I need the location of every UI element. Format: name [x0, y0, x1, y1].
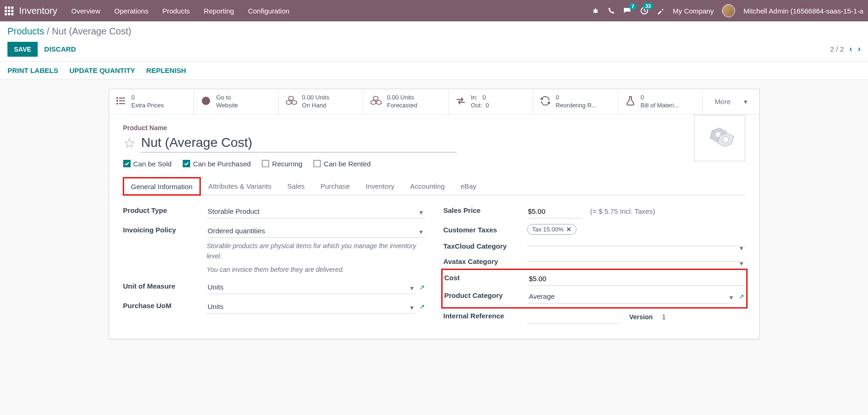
svg-line-4 [593, 12, 594, 13]
taxcloud-select[interactable]: ▾ [527, 240, 745, 246]
globe-icon [200, 95, 212, 108]
field-taxcloud: TaxCloud Category ▾ [444, 240, 745, 250]
form-col-left: Product Type Storable Product▾ Invoicing… [123, 204, 425, 329]
stat-on-hand[interactable]: 0.00 UnitsOn Hand [279, 89, 364, 114]
version-label: Version [629, 313, 653, 321]
can-be-sold-checkbox[interactable]: Can be Sold [123, 160, 172, 168]
discard-button[interactable]: DISCARD [38, 41, 82, 57]
sales-price-input[interactable] [527, 204, 583, 218]
favorite-star-icon[interactable]: ☆ [123, 135, 136, 151]
purchase-uom-select[interactable]: Units▾ [207, 300, 416, 314]
stat-more[interactable]: More ▾ [703, 89, 759, 114]
menu-products[interactable]: Products [162, 7, 190, 15]
version-value: 1 [662, 313, 666, 321]
can-be-purchased-checkbox[interactable]: Can be Purchased [183, 160, 251, 168]
tab-purchase[interactable]: Purchase [312, 177, 358, 195]
tab-ebay[interactable]: eBay [453, 177, 484, 195]
product-type-select[interactable]: Storable Product▾ [207, 204, 425, 218]
remove-tag-icon[interactable]: ✕ [566, 226, 571, 233]
external-link-icon[interactable]: ↗ [419, 303, 425, 310]
avatax-select[interactable]: ▾ [527, 256, 745, 262]
menu-configuration[interactable]: Configuration [248, 7, 289, 15]
form-col-right: Sales Price (= $ 5.75 Incl. Taxes) Custo… [444, 204, 745, 329]
print-labels-button[interactable]: PRINT LABELS [7, 66, 58, 74]
apps-grid-icon[interactable] [5, 7, 13, 15]
svg-line-2 [593, 10, 594, 10]
tab-attributes-variants[interactable]: Attributes & Variants [200, 177, 279, 195]
caret-down-icon: ▾ [740, 244, 743, 252]
flask-icon [625, 95, 636, 108]
field-customer-taxes: Customer Taxes Tax 15.00%✕ [444, 224, 745, 235]
help-text-1: Storable products are physical items for… [207, 241, 425, 262]
menu-reporting[interactable]: Reporting [204, 7, 234, 15]
product-image[interactable] [694, 115, 745, 161]
external-link-icon[interactable]: ↗ [419, 283, 425, 291]
caret-down-icon: ▾ [419, 228, 423, 236]
menu-operations[interactable]: Operations [114, 7, 148, 15]
tab-sales[interactable]: Sales [279, 177, 313, 195]
help-text-2: You can invoice them before they are del… [207, 264, 425, 275]
replenish-button[interactable]: REPLENISH [146, 66, 186, 74]
svg-point-0 [594, 9, 597, 13]
invoicing-policy-select[interactable]: Ordered quantities▾ [207, 224, 425, 238]
activity-icon[interactable]: 33 [640, 7, 649, 15]
breadcrumb: Products / Nut (Average Cost) [7, 26, 861, 37]
messages-badge: 7 [629, 3, 636, 10]
sales-price-note: (= $ 5.75 Incl. Taxes) [590, 207, 655, 215]
caret-down-icon: ▾ [729, 293, 733, 302]
topbar: Inventory Overview Operations Products R… [0, 0, 868, 21]
svg-line-3 [597, 10, 598, 10]
cost-input[interactable] [528, 272, 744, 286]
bug-icon[interactable] [592, 7, 599, 14]
phone-icon[interactable] [608, 7, 615, 14]
list-icon [116, 95, 127, 108]
stat-bom[interactable]: 0Bill of Materi... [618, 89, 703, 114]
stat-forecasted[interactable]: 0.00 UnitsForecasted [364, 89, 449, 114]
product-category-select[interactable]: Average▾ [528, 290, 735, 303]
company-name[interactable]: My Company [673, 7, 714, 15]
uom-select[interactable]: Units▾ [207, 280, 416, 294]
save-button[interactable]: SAVE [7, 42, 38, 57]
stat-extra-prices[interactable]: 0Extra Prices [109, 89, 194, 114]
svg-point-13 [202, 97, 210, 105]
pager: 2 / 2 ‹ › [830, 44, 861, 54]
caret-down-icon: ▾ [740, 259, 743, 268]
tabs: General Information Attributes & Variant… [123, 177, 745, 195]
tab-inventory[interactable]: Inventory [358, 177, 403, 195]
menu-overview[interactable]: Overview [71, 7, 100, 15]
tools-icon[interactable] [657, 7, 664, 14]
user-name[interactable]: Mitchell Admin (16566864-saas-15-1-a [743, 7, 863, 15]
form-body: Product Name ☆ Can be Sold Can be Purcha… [109, 115, 759, 339]
checkbox-row: Can be Sold Can be Purchased Recurring C… [123, 160, 745, 168]
field-cost: Cost [444, 272, 744, 286]
product-name-input[interactable] [140, 133, 457, 152]
user-avatar[interactable] [722, 4, 735, 17]
pager-prev-icon[interactable]: ‹ [849, 44, 852, 54]
app-brand[interactable]: Inventory [19, 6, 57, 16]
update-quantity-button[interactable]: UPDATE QUANTITY [69, 66, 135, 74]
internal-reference-input[interactable] [527, 310, 620, 324]
svg-point-12 [117, 103, 118, 104]
stat-website[interactable]: Go toWebsite [194, 89, 279, 114]
messages-icon[interactable]: 7 [623, 7, 632, 14]
tab-general-information[interactable]: General Information [123, 178, 201, 195]
can-be-rented-checkbox[interactable]: Can be Rented [313, 160, 371, 168]
sheet-wrap: 0Extra Prices Go toWebsite 0.00 UnitsOn … [0, 79, 868, 349]
stat-in-out[interactable]: In: 0 Out: 0 [449, 89, 534, 114]
tax-tag[interactable]: Tax 15.00%✕ [527, 224, 577, 235]
recurring-checkbox[interactable]: Recurring [262, 160, 302, 168]
svg-point-11 [117, 100, 118, 101]
breadcrumb-current: Nut (Average Cost) [52, 26, 132, 36]
stat-reordering[interactable]: 0Reordering R... [533, 89, 618, 114]
tab-accounting[interactable]: Accounting [402, 177, 452, 195]
stat-buttons: 0Extra Prices Go toWebsite 0.00 UnitsOn … [109, 89, 759, 115]
breadcrumb-root[interactable]: Products [7, 26, 44, 36]
field-avatax: Avatax Category ▾ [444, 256, 745, 265]
field-purchase-uom: Purchase UoM Units▾ ↗ [123, 300, 425, 314]
field-product-category: Product Category Average▾ ↗ [444, 290, 744, 303]
subheader: Products / Nut (Average Cost) SAVE DISCA… [0, 21, 868, 61]
external-link-icon[interactable]: ↗ [739, 293, 744, 300]
boxes-icon [370, 95, 382, 108]
pager-next-icon[interactable]: › [858, 44, 861, 54]
field-internal-reference: Internal Reference Version 1 [444, 310, 745, 324]
